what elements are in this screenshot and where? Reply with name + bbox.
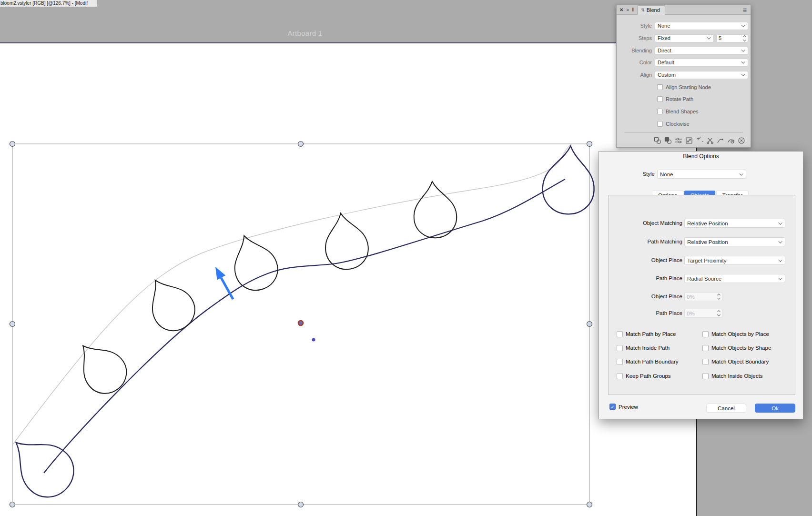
handle-bottom-center[interactable] bbox=[298, 502, 304, 507]
blend-panel-toolbar bbox=[654, 137, 745, 144]
rotate-path-checkbox[interactable] bbox=[657, 96, 663, 102]
blend-panel: ✕ » ‖ ⇅ Blend ≡ Style None Steps Fixed 5 bbox=[616, 5, 751, 148]
style-dropdown[interactable]: None bbox=[655, 22, 748, 30]
color-row: Color Default bbox=[617, 58, 751, 67]
object-matching-dropdown[interactable]: Relative Position bbox=[684, 219, 785, 228]
object-place-label: Object Place bbox=[609, 256, 682, 265]
panel-detach-icon[interactable]: ‖ bbox=[630, 7, 635, 12]
keep-path-groups-checkbox[interactable] bbox=[617, 373, 623, 379]
dialog-style-label: Style bbox=[599, 170, 655, 179]
chevron-down-icon bbox=[778, 239, 782, 243]
path-place-pct-stepper[interactable]: 0% bbox=[684, 309, 722, 318]
stepper-arrows-icon[interactable] bbox=[718, 294, 720, 299]
style-label: Style bbox=[617, 23, 652, 29]
steps-mode-dropdown[interactable]: Fixed bbox=[655, 34, 714, 42]
cut-blend-icon[interactable] bbox=[706, 137, 714, 144]
object-place-pct-stepper[interactable]: 0% bbox=[684, 292, 722, 301]
chevron-down-icon bbox=[741, 72, 745, 76]
blend-panel-tab[interactable]: ⇅ Blend bbox=[637, 5, 665, 15]
release-blend-icon[interactable] bbox=[727, 137, 735, 144]
expand-blend-icon[interactable] bbox=[685, 137, 693, 144]
panel-divider bbox=[624, 132, 743, 132]
clockwise-row: Clockwise bbox=[617, 120, 751, 128]
align-dropdown[interactable]: Custom bbox=[655, 71, 748, 79]
path-matching-label: Path Matching bbox=[609, 237, 682, 246]
steps-count-stepper[interactable]: 5 bbox=[716, 34, 748, 42]
match-path-boundary-checkbox[interactable] bbox=[617, 359, 623, 365]
align-starting-node-checkbox[interactable] bbox=[657, 84, 663, 90]
chevron-down-icon bbox=[741, 48, 745, 51]
delete-blend-icon[interactable] bbox=[738, 137, 745, 144]
align-label: Align bbox=[617, 72, 652, 78]
match-inside-objects-checkbox[interactable] bbox=[702, 373, 709, 379]
reverse-order-icon[interactable] bbox=[717, 137, 724, 144]
stepper-arrows-icon[interactable] bbox=[743, 36, 746, 41]
dialog-style-dropdown[interactable]: None bbox=[657, 170, 746, 179]
match-objects-by-shape-checkbox[interactable] bbox=[702, 345, 709, 351]
handle-top-left[interactable] bbox=[10, 142, 15, 147]
chevron-down-icon bbox=[778, 276, 782, 280]
chevron-down-icon bbox=[741, 23, 745, 27]
blend-panel-tabbar: ✕ » ‖ ⇅ Blend ≡ bbox=[617, 5, 751, 15]
object-matching-label: Object Matching bbox=[609, 219, 682, 228]
panel-cycle-icon: ⇅ bbox=[641, 8, 645, 12]
handle-top-center[interactable] bbox=[298, 142, 304, 147]
clockwise-checkbox[interactable] bbox=[657, 121, 663, 127]
blend-panel-tab-label: Blend bbox=[647, 7, 660, 13]
path-place-dropdown[interactable]: Radial Source bbox=[684, 274, 785, 283]
match-path-by-place-checkbox[interactable] bbox=[617, 331, 623, 337]
cancel-button[interactable]: Cancel bbox=[706, 404, 746, 413]
app-window: bloom2.vstyler [RGB] [@126.7%] - [Modif … bbox=[0, 0, 812, 516]
ok-button[interactable]: Ok bbox=[755, 404, 795, 413]
match-object-boundary-checkbox[interactable] bbox=[702, 359, 709, 365]
path-place-pct-label: Path Place bbox=[609, 309, 682, 318]
panel-menu-icon[interactable]: ≡ bbox=[743, 6, 747, 14]
handle-top-right[interactable] bbox=[587, 142, 592, 147]
preview-checkbox[interactable]: ✓ bbox=[609, 404, 616, 410]
blending-dropdown[interactable]: Direct bbox=[655, 47, 748, 55]
path-matching-dropdown[interactable]: Relative Position bbox=[684, 237, 785, 246]
window-title: bloom2.vstyler [RGB] [@126.7%] - [Modif bbox=[0, 0, 88, 6]
handle-middle-left[interactable] bbox=[10, 322, 15, 327]
chevron-down-icon bbox=[739, 172, 743, 175]
panel-close-icon[interactable]: ✕ bbox=[617, 7, 625, 12]
object-place-pct-label: Object Place bbox=[609, 292, 682, 301]
color-dropdown[interactable]: Default bbox=[655, 59, 748, 67]
chevron-down-icon bbox=[778, 258, 782, 262]
style-row: Style None bbox=[617, 21, 751, 30]
match-objects-by-place-checkbox[interactable] bbox=[702, 331, 709, 337]
path-place-label: Path Place bbox=[609, 274, 682, 283]
handle-bottom-right[interactable] bbox=[587, 502, 592, 507]
chevron-down-icon bbox=[707, 35, 710, 39]
match-inside-path-checkbox[interactable] bbox=[617, 345, 623, 351]
steps-row: Steps Fixed 5 bbox=[617, 34, 751, 42]
blend-shapes-row: Blend Shapes bbox=[617, 107, 751, 116]
align-starting-node-row: Align Starting Node bbox=[617, 83, 751, 91]
window-titlebar[interactable]: bloom2.vstyler [RGB] [@126.7%] - [Modif bbox=[0, 0, 97, 7]
blend-origin-marker[interactable] bbox=[298, 321, 303, 325]
blend-options-dialog: Blend Options Style None Options Objects… bbox=[599, 151, 803, 419]
steps-label: Steps bbox=[617, 35, 652, 41]
chevron-down-icon bbox=[778, 221, 782, 224]
duplicate-filled-icon[interactable] bbox=[664, 137, 672, 144]
panel-collapse-icon[interactable]: » bbox=[625, 7, 630, 12]
blending-row: Blending Direct bbox=[617, 46, 751, 55]
align-row: Align Custom bbox=[617, 71, 751, 79]
reverse-spine-icon[interactable] bbox=[696, 137, 703, 144]
stepper-arrows-icon[interactable] bbox=[718, 311, 720, 316]
chevron-down-icon bbox=[741, 60, 745, 63]
duplicate-blend-icon[interactable] bbox=[654, 137, 661, 144]
blend-sliders-icon[interactable] bbox=[675, 137, 682, 144]
blending-label: Blending bbox=[617, 48, 652, 53]
rotate-path-row: Rotate Path bbox=[617, 95, 751, 103]
artboard-label: Artboard 1 bbox=[257, 29, 353, 37]
artboard-surface[interactable] bbox=[0, 43, 697, 516]
object-place-dropdown[interactable]: Target Proximity bbox=[684, 256, 785, 265]
color-label: Color bbox=[617, 60, 652, 65]
handle-bottom-left[interactable] bbox=[10, 502, 15, 507]
blend-shapes-checkbox[interactable] bbox=[657, 109, 663, 114]
anchor-point-marker[interactable] bbox=[312, 338, 315, 342]
preview-row: ✓ Preview bbox=[609, 404, 638, 410]
dialog-title: Blend Options bbox=[599, 153, 803, 160]
handle-middle-right[interactable] bbox=[587, 322, 592, 327]
